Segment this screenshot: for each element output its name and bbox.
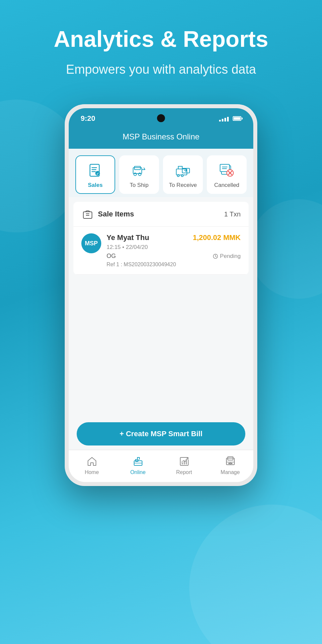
phone-frame: 9:20 MSP Business Online (65, 104, 257, 486)
manage-icon (224, 455, 236, 467)
svg-rect-12 (176, 169, 187, 175)
txn-mid-row: OG Pending (107, 253, 241, 260)
tab-sales-label: Sales (88, 182, 103, 189)
svg-rect-46 (231, 463, 232, 464)
svg-text:K$: K$ (186, 458, 189, 460)
receive-icon (175, 162, 191, 179)
sale-header-left: Sale Items (81, 208, 134, 220)
avatar: MSP (81, 233, 101, 253)
nav-home-label: Home (85, 469, 99, 475)
svg-point-15 (181, 175, 183, 177)
txn-status: Pending (213, 253, 241, 260)
tab-cancelled-label: Cancelled (214, 182, 239, 189)
cancelled-icon (218, 162, 235, 179)
nav-online-label: Online (130, 469, 145, 475)
nav-report-label: Report (176, 469, 192, 475)
svg-point-14 (177, 175, 179, 177)
create-bill-button[interactable]: + Create MSP Smart Bill (77, 422, 245, 445)
nav-item-report[interactable]: K$ Report (161, 455, 207, 475)
sale-header: Sale Items 1 Txn (73, 202, 249, 227)
online-icon (132, 455, 144, 467)
txn-count: 1 Txn (224, 210, 241, 218)
tab-to-receive-label: To Receive (169, 182, 197, 189)
app-title: MSP Business Online (122, 132, 200, 141)
sale-items-title: Sale Items (98, 210, 134, 218)
hero-title: Analytics & Reports (20, 27, 302, 51)
phone-container: 9:20 MSP Business Online (0, 104, 322, 486)
home-icon (86, 455, 98, 467)
nav-item-home[interactable]: Home (69, 455, 115, 475)
tab-grid: ✓ Sales (75, 155, 247, 194)
app-header: MSP Business Online (69, 127, 253, 149)
status-bar: 9:20 (69, 108, 253, 127)
clock-icon (213, 254, 218, 259)
svg-line-28 (215, 256, 216, 257)
tab-to-ship-label: To Ship (130, 182, 149, 189)
txn-details: Ye Myat Thu 1,200.02 MMK 12:15 • 22/04/2… (107, 233, 241, 268)
phone-screen: 9:20 MSP Business Online (69, 108, 253, 482)
create-bill-section: + Create MSP Smart Bill (69, 422, 253, 445)
bag-icon (81, 208, 94, 220)
camera-dot (157, 114, 165, 122)
tab-cancelled[interactable]: Cancelled (207, 155, 247, 194)
status-icons (219, 116, 241, 121)
report-icon: K$ (178, 455, 190, 467)
sales-icon: ✓ (87, 162, 104, 179)
table-row[interactable]: MSP Ye Myat Thu 1,200.02 MMK 12:15 • 22/… (73, 227, 249, 275)
ship-icon (131, 162, 147, 179)
tab-sales[interactable]: ✓ Sales (75, 155, 115, 194)
svg-text:✓: ✓ (96, 172, 99, 176)
txn-amount: 1,200.02 MMK (193, 233, 241, 242)
nav-item-online[interactable]: Online (115, 455, 161, 475)
txn-top-row: Ye Myat Thu 1,200.02 MMK (107, 233, 241, 242)
tab-to-receive[interactable]: To Receive (163, 155, 203, 194)
bottom-nav: Home Online (69, 450, 253, 482)
battery-icon (233, 116, 241, 121)
sale-section: Sale Items 1 Txn MSP Ye Myat Thu 1,200.0… (73, 202, 249, 275)
txn-name: Ye Myat Thu (107, 233, 149, 242)
nav-item-manage[interactable]: Manage (207, 455, 253, 475)
txn-og: OG (107, 253, 116, 260)
nav-manage-label: Manage (221, 469, 240, 475)
signal-icon (219, 116, 229, 121)
tab-to-ship[interactable]: To Ship (119, 155, 159, 194)
status-time: 9:20 (81, 114, 95, 123)
status-text: Pending (220, 253, 241, 260)
hero-subtitle: Empowers you with analytics data (20, 61, 302, 78)
txn-ref: Ref 1 : MS202003230049420 (107, 262, 241, 268)
tab-section: ✓ Sales (69, 149, 253, 197)
txn-datetime: 12:15 • 22/04/20 (107, 244, 241, 251)
hero-section: Analytics & Reports Empowers you with an… (0, 0, 322, 91)
svg-rect-45 (228, 463, 230, 464)
